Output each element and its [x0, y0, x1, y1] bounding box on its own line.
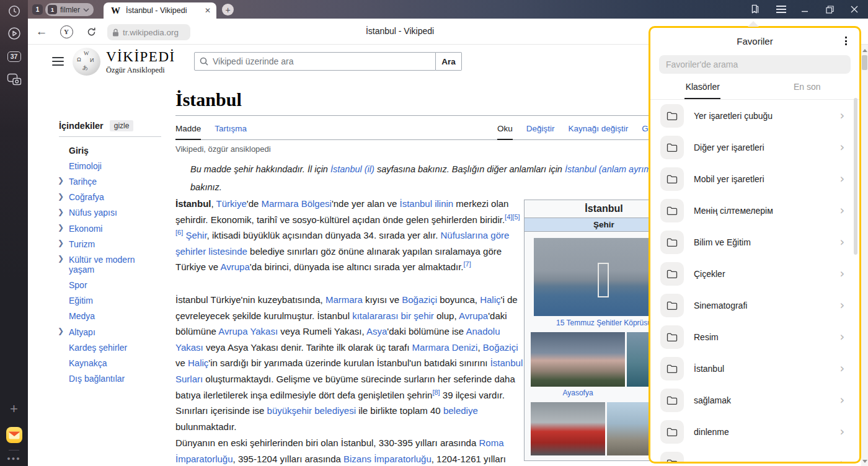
- scroll-up-arrow[interactable]: [862, 49, 867, 52]
- wiki-link[interactable]: Bizans İmparatorluğu: [343, 454, 432, 464]
- bookmarks-panel-button[interactable]: [743, 0, 767, 19]
- panel-tab[interactable]: Klasörler: [650, 74, 755, 99]
- scroll-down-arrow[interactable]: [862, 460, 867, 463]
- new-tab-button[interactable]: +: [222, 4, 234, 15]
- wiki-link[interactable]: Marmara: [326, 294, 363, 305]
- ref-link[interactable]: [7]: [464, 260, 471, 268]
- wikipedia-logo[interactable]: W Ω И あ: [73, 48, 100, 76]
- pinned-tab-badge[interactable]: 1: [32, 4, 43, 15]
- folder-item[interactable]: Resim ›: [650, 321, 859, 353]
- tab-group-filmler[interactable]: 1 filmler: [45, 3, 94, 16]
- minimize-button[interactable]: [793, 0, 817, 19]
- toc-expand-icon[interactable]: ❯: [58, 254, 64, 263]
- hagia-sophia-photo[interactable]: [531, 332, 625, 387]
- wiki-link[interactable]: Marmara Bölgesi: [262, 198, 332, 209]
- toc-item[interactable]: ❯Turizm: [59, 236, 161, 252]
- toc-item[interactable]: ❯Kültür ve modern yaşam: [59, 252, 161, 277]
- folder-item[interactable]: sağlamak ›: [650, 384, 859, 416]
- toc-item[interactable]: ❯Medya: [59, 309, 161, 324]
- panel-scrollbar-thumb[interactable]: [854, 98, 857, 255]
- wiki-link[interactable]: Türkiye: [216, 198, 247, 209]
- yandex-mail-icon[interactable]: [0, 424, 28, 446]
- folder-item[interactable]: Bilim ve Eğitim ›: [650, 226, 859, 258]
- toc-item[interactable]: ❯Kaynakça: [59, 355, 161, 371]
- wiki-link[interactable]: İstanbul ilinin: [399, 198, 453, 209]
- wiki-menu-icon[interactable]: [52, 57, 64, 66]
- wiki-link[interactable]: Avrupa: [459, 310, 488, 321]
- tram-photo[interactable]: [531, 402, 605, 455]
- reload-button[interactable]: [83, 24, 99, 39]
- article-tab[interactable]: Kaynağı değiştir: [569, 124, 629, 140]
- folder-item[interactable]: Yer işaretleri çubuğu ›: [650, 100, 859, 131]
- hagia-sophia-caption[interactable]: Ayasofya: [531, 389, 625, 397]
- wiki-link[interactable]: Marmara Denizi: [412, 342, 478, 353]
- tab-close-icon[interactable]: ✕: [205, 6, 211, 15]
- browser-menu-button[interactable]: [769, 0, 793, 19]
- wiki-link[interactable]: büyükşehir belediyesi: [267, 405, 356, 416]
- wiki-search-button[interactable]: Ara: [436, 52, 462, 71]
- toc-expand-icon[interactable]: ❯: [58, 176, 64, 185]
- ref-link[interactable]: [8]: [432, 389, 440, 396]
- wiki-link[interactable]: Haliç: [188, 358, 208, 368]
- restore-button[interactable]: [818, 0, 841, 19]
- folder-item[interactable]: Менің сілтемелерім ›: [650, 195, 859, 226]
- wiki-search-input[interactable]: [213, 56, 435, 66]
- toc-expand-icon[interactable]: ❯: [58, 208, 64, 216]
- folder-item[interactable]: Sinematografi ›: [650, 289, 859, 321]
- toc-expand-icon[interactable]: ❯: [58, 192, 64, 201]
- screenshot-icon[interactable]: [0, 69, 28, 90]
- wiki-link[interactable]: Avrupa Yakası: [218, 326, 278, 336]
- wiki-link[interactable]: Haliç: [480, 294, 500, 305]
- sidebar-add-icon[interactable]: +: [0, 398, 28, 420]
- panel-tab[interactable]: En son: [755, 74, 860, 99]
- folder-item[interactable]: Çiçekler ›: [650, 258, 859, 289]
- folder-item[interactable]: dinlenme ›: [650, 416, 859, 447]
- toc-item[interactable]: ❯Spor: [59, 278, 161, 293]
- toc-item[interactable]: ❯Etimoloji: [59, 158, 161, 174]
- toc-item[interactable]: ❯Eğitim: [59, 293, 161, 309]
- wiki-link[interactable]: İstanbul (anlam ayrımı): [565, 164, 657, 174]
- toc-item[interactable]: ❯Giriş: [59, 143, 161, 158]
- toc-item[interactable]: ❯Tarihçe: [59, 174, 161, 189]
- toc-expand-icon[interactable]: ❯: [58, 327, 64, 335]
- wiki-link[interactable]: Boğaziçi: [402, 294, 437, 305]
- yandex-button[interactable]: Y: [58, 24, 74, 39]
- wiki-link[interactable]: belediye: [443, 405, 478, 416]
- toc-item[interactable]: ❯Coğrafya: [59, 190, 161, 205]
- tab-counter-badge[interactable]: 37: [0, 46, 28, 67]
- wiki-link[interactable]: Boğaziçi: [483, 342, 518, 353]
- wiki-link[interactable]: İstanbul (il): [330, 164, 374, 174]
- scrollbar-thumb[interactable]: [862, 55, 867, 70]
- article-tab[interactable]: Değiştir: [526, 124, 555, 140]
- favorites-search-input[interactable]: [659, 55, 851, 74]
- toc-expand-icon[interactable]: ❯: [58, 223, 64, 232]
- wiki-link[interactable]: kıtalararası bir şehir: [352, 310, 434, 321]
- folder-item[interactable]: ›: [650, 447, 859, 464]
- wiki-link[interactable]: Asya: [366, 326, 387, 336]
- toc-item[interactable]: ❯Ekonomi: [59, 221, 161, 236]
- folder-item[interactable]: Mobil yer işaretleri ›: [650, 163, 859, 195]
- folder-item[interactable]: İstanbul ›: [650, 353, 859, 384]
- wiki-wordmark[interactable]: VİKİPEDİ Özgür Ansiklopedi: [106, 49, 175, 75]
- wiki-link[interactable]: Şehir: [185, 230, 206, 240]
- sidebar-more-icon[interactable]: ●●●: [0, 448, 28, 466]
- panel-menu-icon[interactable]: [841, 36, 851, 46]
- article-tab[interactable]: Tartışma: [215, 124, 247, 140]
- article-tab[interactable]: Oku: [497, 124, 513, 140]
- toc-item[interactable]: ❯Altyapı: [59, 324, 161, 340]
- active-tab[interactable]: W İstanbul - Vikipedi ✕: [104, 2, 216, 19]
- toc-hide-button[interactable]: gizle: [110, 120, 134, 131]
- back-button[interactable]: ←: [33, 24, 50, 39]
- media-play-icon[interactable]: [0, 23, 28, 44]
- article-tab[interactable]: Madde: [175, 124, 201, 140]
- toc-item[interactable]: ❯Nüfus yapısı: [59, 205, 161, 221]
- close-button[interactable]: [843, 0, 866, 19]
- toc-item[interactable]: ❯Kardeş şehirler: [59, 340, 161, 355]
- folder-item[interactable]: Diğer yer işaretleri ›: [650, 131, 859, 163]
- history-icon[interactable]: [0, 1, 28, 22]
- page-scrollbar[interactable]: [861, 45, 868, 466]
- address-bar[interactable]: tr.wikipedia.org: [107, 24, 190, 40]
- toc-expand-icon[interactable]: ❯: [58, 239, 64, 247]
- wiki-link[interactable]: Avrupa: [221, 262, 250, 272]
- toc-item[interactable]: ❯Dış bağlantılar: [59, 371, 161, 387]
